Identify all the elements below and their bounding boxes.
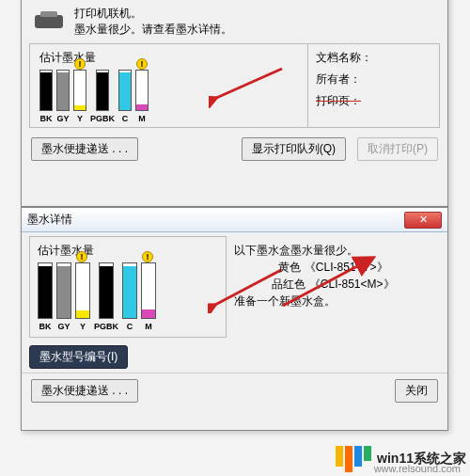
- printer-status-window: 选项(O) 墨水信息(N) 帮助(H) 打印机联机。 墨水量很少。请查看墨水详情…: [21, 0, 448, 207]
- ink-tank-label: PGBK: [90, 114, 115, 123]
- low-ink-magenta: 品红色 《CLI-851<M>》: [234, 276, 432, 293]
- ink-tank-label: M: [138, 114, 146, 123]
- cancel-print-button: 取消打印(P): [357, 137, 438, 161]
- ink-portable-button[interactable]: 墨水便捷递送 . . .: [31, 137, 138, 161]
- ink-tank-label: Y: [77, 114, 83, 123]
- close-button[interactable]: 关闭: [395, 379, 438, 403]
- ink-tank-gy: GY: [56, 262, 71, 331]
- low-ink-msg: 以下墨水盒墨水量很少。: [234, 242, 432, 259]
- watermark-url: www.relsound.com: [374, 463, 461, 474]
- ink-tank-label: C: [127, 322, 133, 331]
- ink-tank-label: GY: [56, 114, 69, 123]
- ink-tank-bk: BK: [39, 70, 53, 123]
- close-icon[interactable]: ✕: [404, 212, 442, 229]
- ink-tank-y: !Y: [73, 70, 86, 123]
- dialog-title: 墨水详情: [27, 212, 72, 228]
- ink-tank-m: !M: [141, 262, 156, 331]
- warning-icon: !: [76, 251, 87, 262]
- ink-tank-label: PGBK: [94, 322, 118, 331]
- ink-tank-label: GY: [57, 322, 70, 331]
- ink-tank-gy: GY: [56, 70, 70, 123]
- ink-tank-label: BK: [40, 114, 53, 123]
- ink-details-dialog: 墨水详情 ✕ 估计墨水量 BKGY!YPGBKC!M 以下墨水盒墨水量很少。 黄…: [21, 207, 448, 431]
- ink-tank-label: Y: [80, 322, 86, 331]
- ink-tank-pgbk: PGBK: [94, 262, 118, 331]
- printer-icon: [31, 9, 67, 34]
- ink-tanks-detail: BKGY!YPGBKC!M: [38, 262, 218, 331]
- prepare-msg: 准备一个新墨水盒。: [234, 293, 432, 309]
- inner-panel: 估计墨水量 BKGY!YPGBKC!M 文档名称： 所有者： 打印页：: [29, 43, 440, 128]
- warning-icon: !: [136, 58, 148, 70]
- ink-tank-m: !M: [135, 70, 149, 123]
- warning-icon: !: [142, 251, 153, 262]
- printer-status-row: 打印机联机。 墨水量很少。请查看墨水详情。: [22, 0, 447, 40]
- dialog-titlebar: 墨水详情 ✕: [22, 208, 447, 232]
- ink-portable-button-2[interactable]: 墨水便捷递送 . . .: [31, 379, 138, 403]
- ink-tank-label: M: [145, 322, 152, 331]
- owner-label: 所有者：: [316, 71, 431, 87]
- watermark: win11系统之家 www.relsound.com: [336, 446, 466, 472]
- ink-tank-c: C: [118, 70, 132, 123]
- show-queue-button[interactable]: 显示打印队列(Q): [242, 137, 346, 161]
- pages-label: 打印页：: [316, 93, 431, 109]
- ink-tank-y: !Y: [75, 262, 90, 331]
- status-line-1: 打印机联机。: [74, 6, 232, 22]
- ink-tanks: BKGY!YPGBKC!M: [39, 70, 298, 123]
- ink-tank-bk: BK: [38, 262, 53, 331]
- ink-model-button[interactable]: 墨水型号编号(I): [29, 345, 128, 369]
- warning-icon: !: [74, 58, 86, 70]
- doc-name-label: 文档名称：: [316, 50, 431, 66]
- ink-tank-label: BK: [39, 322, 52, 331]
- ink-tank-label: C: [122, 114, 129, 123]
- ink-level-title-2: 估计墨水量: [38, 243, 218, 259]
- status-line-2: 墨水量很少。请查看墨水详情。: [74, 22, 232, 38]
- ink-tank-pgbk: PGBK: [90, 70, 115, 123]
- low-ink-yellow: 黄色 《CLI-851<Y>》: [234, 259, 432, 276]
- watermark-logo-icon: [336, 446, 371, 472]
- ink-tank-c: C: [122, 262, 137, 331]
